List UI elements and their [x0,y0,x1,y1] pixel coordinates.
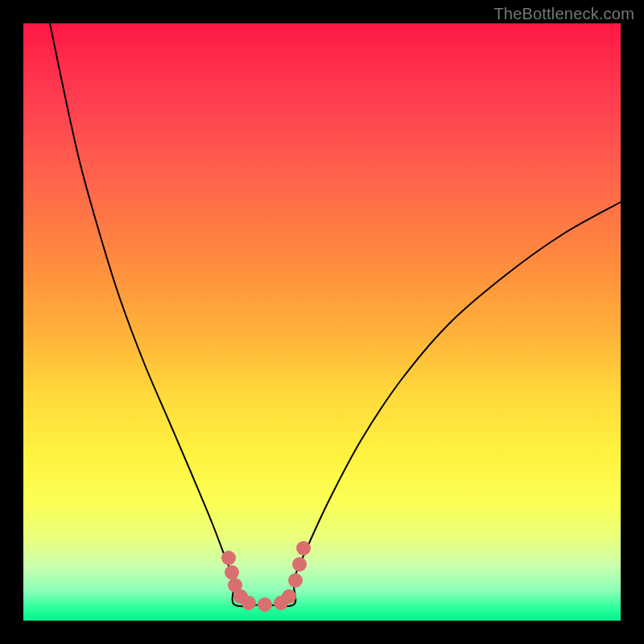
bottleneck-curve [50,23,621,606]
highlight-marker [242,596,256,610]
highlight-marker [282,589,296,604]
highlight-marker [288,573,303,588]
watermark-text: TheBottleneck.com [493,5,634,23]
highlight-marker [296,541,311,555]
highlight-marker [225,565,239,580]
chart-frame: TheBottleneck.com [0,0,644,644]
marker-layer [221,541,311,612]
curve-layer [50,23,621,606]
highlight-marker [258,597,272,612]
plot-area [23,23,621,621]
highlight-marker [292,557,307,572]
highlight-marker [221,551,236,565]
chart-svg [23,23,621,621]
